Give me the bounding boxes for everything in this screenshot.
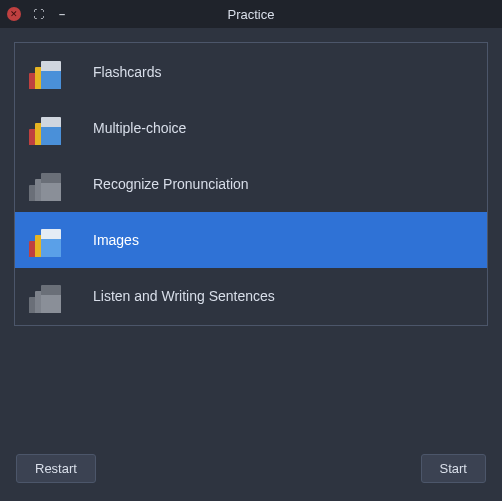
dialog-buttons: Restart Start (14, 454, 488, 487)
content-area: Flashcards Multiple-choice Recognize Pro… (0, 28, 502, 501)
cards-icon (29, 111, 63, 145)
mode-item-recognize-pronunciation[interactable]: Recognize Pronunciation (15, 156, 487, 212)
cards-icon (29, 279, 63, 313)
mode-item-images[interactable]: Images (15, 212, 487, 268)
mode-label: Listen and Writing Sentences (93, 288, 275, 304)
cards-icon (29, 55, 63, 89)
window-minimize-button[interactable]: – (52, 4, 72, 24)
titlebar: ✕ ⛶ – Practice (0, 0, 502, 28)
practice-mode-list: Flashcards Multiple-choice Recognize Pro… (14, 42, 488, 326)
minimize-icon: – (59, 9, 65, 20)
mode-label: Multiple-choice (93, 120, 186, 136)
practice-window: ✕ ⛶ – Practice Flashcards (0, 0, 502, 501)
restart-button[interactable]: Restart (16, 454, 96, 483)
close-icon: ✕ (7, 7, 21, 21)
start-button[interactable]: Start (421, 454, 486, 483)
spacer (14, 326, 488, 440)
mode-item-flashcards[interactable]: Flashcards (15, 44, 487, 100)
mode-label: Images (93, 232, 139, 248)
cards-icon (29, 167, 63, 201)
window-maximize-button[interactable]: ⛶ (28, 4, 48, 24)
titlebar-controls: ✕ ⛶ – (0, 4, 76, 24)
mode-item-listen-writing[interactable]: Listen and Writing Sentences (15, 268, 487, 324)
cards-icon (29, 223, 63, 257)
mode-item-multiple-choice[interactable]: Multiple-choice (15, 100, 487, 156)
mode-label: Recognize Pronunciation (93, 176, 249, 192)
maximize-icon: ⛶ (33, 9, 44, 20)
mode-label: Flashcards (93, 64, 161, 80)
window-close-button[interactable]: ✕ (4, 4, 24, 24)
